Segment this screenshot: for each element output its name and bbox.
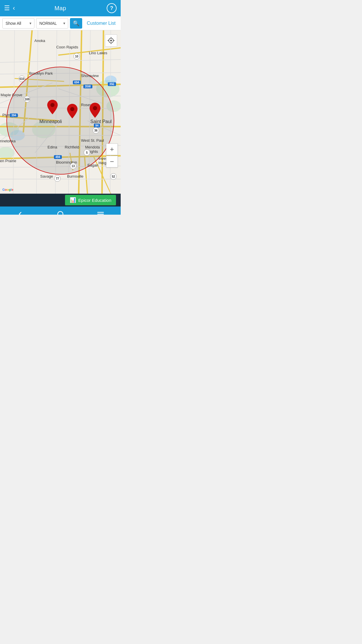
header-left-controls: ☰ ‹: [4, 4, 15, 12]
menu-nav-icon: [97, 211, 104, 215]
map-type-wrapper: NORMAL SATELLITE TERRAIN ▼: [36, 18, 68, 29]
home-nav-icon: [57, 211, 64, 215]
epicor-label: Epicor Education: [78, 198, 111, 203]
epicor-icon: 📊: [70, 197, 76, 203]
map-pin-1[interactable]: [47, 100, 58, 114]
svg-point-41: [93, 106, 97, 110]
bottom-banner: 📊 Epicor Education: [0, 194, 121, 206]
zoom-in-button[interactable]: +: [106, 144, 118, 155]
map-pin-3[interactable]: [89, 103, 101, 118]
back-nav-button[interactable]: [11, 208, 29, 215]
zoom-out-button[interactable]: −: [106, 156, 118, 167]
map-type-select[interactable]: NORMAL SATELLITE TERRAIN: [36, 18, 68, 29]
customer-list-button[interactable]: Customer List: [84, 19, 118, 28]
back-nav-icon: [17, 211, 24, 215]
epicor-education-button[interactable]: 📊 Epicor Education: [65, 195, 116, 205]
svg-point-48: [58, 211, 63, 215]
bottom-navigation: [0, 206, 121, 215]
home-nav-button[interactable]: [52, 208, 69, 215]
location-button[interactable]: [105, 34, 117, 47]
svg-point-2: [106, 100, 121, 112]
show-all-wrapper: Show All Active Inactive ▼: [2, 18, 34, 29]
page-title: Map: [55, 5, 66, 12]
map-view[interactable]: Anoka Coon Rapids Lino Lakes Brooklyn Pa…: [0, 30, 121, 194]
map-pin-2[interactable]: [67, 104, 78, 118]
app-header: ☰ ‹ Map ?: [0, 0, 121, 16]
menu-nav-button[interactable]: [92, 208, 109, 215]
svg-point-39: [50, 103, 55, 107]
map-roads-svg: [0, 30, 121, 194]
show-all-select[interactable]: Show All Active Inactive: [2, 18, 34, 29]
hamburger-icon[interactable]: ☰: [4, 4, 10, 12]
location-icon: [108, 37, 115, 44]
search-icon: 🔍: [73, 20, 79, 27]
search-button[interactable]: 🔍: [70, 18, 82, 29]
zoom-controls: + −: [106, 144, 118, 167]
back-icon[interactable]: ‹: [13, 4, 15, 12]
svg-point-40: [70, 107, 74, 111]
map-toolbar: Show All Active Inactive ▼ NORMAL SATELL…: [0, 16, 121, 30]
svg-point-43: [110, 40, 112, 41]
google-watermark: Google: [2, 188, 13, 191]
help-icon[interactable]: ?: [107, 3, 117, 13]
